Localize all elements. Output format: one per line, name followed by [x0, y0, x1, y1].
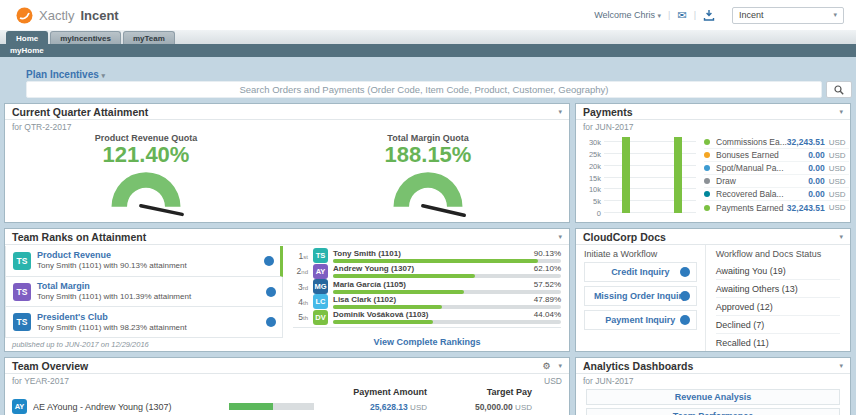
collapse-icon[interactable]: ▾ — [558, 108, 562, 116]
collapse-icon[interactable]: ▾ — [839, 108, 843, 116]
legend-value[interactable]: 0.00 — [808, 163, 825, 173]
pay-progress-fill — [229, 403, 273, 410]
legend-currency: USD — [829, 164, 849, 173]
ranking-name: Lisa Clark (1102) — [333, 295, 396, 304]
pay-progress — [229, 403, 315, 410]
rank-card-presidents-club[interactable]: TS President's Club Tony Smith (1101) wi… — [5, 307, 283, 338]
legend-label: Draw — [716, 176, 808, 186]
top-bar: Xactly Incent Welcome Chris ▾ | ✉ | Ince… — [0, 0, 856, 30]
workflow-label: Payment Inquiry — [605, 315, 675, 325]
avatar: TS — [13, 313, 31, 331]
workflow-missing-order-inquiry[interactable]: Missing Order Inquiry — [584, 286, 697, 306]
panel-header: Current Quarter Attainment ▾ — [5, 104, 569, 120]
chevron-down-icon: ▾ — [658, 12, 662, 19]
dashboard-revenue-analysis[interactable]: Revenue Analysis — [586, 389, 840, 405]
y-tick: 30k — [589, 138, 601, 147]
workflow-credit-inquiry[interactable]: Credit Inquiry — [584, 262, 697, 282]
legend-value[interactable]: 0.00 — [808, 150, 825, 160]
panel-title: Team Ranks on Attainment — [12, 231, 146, 243]
download-icon[interactable] — [703, 9, 715, 21]
legend-dot — [704, 205, 710, 211]
gridline — [604, 141, 696, 142]
status-approved[interactable]: Approved (12) — [716, 298, 840, 316]
y-tick: 10k — [589, 185, 601, 194]
info-icon[interactable] — [266, 287, 276, 297]
ranking-bar-fill — [333, 320, 433, 324]
info-icon[interactable] — [680, 315, 690, 325]
welcome-menu[interactable]: Welcome Chris ▾ — [594, 10, 661, 20]
gauge-product-revenue: Product Revenue Quota 121.40% Quarterly — [36, 133, 256, 223]
collapse-icon[interactable]: ▾ — [558, 233, 562, 241]
column-headers: Payment Amount Target Pay — [5, 386, 569, 397]
info-icon[interactable] — [266, 317, 276, 327]
payments-bar-chart: 30k 25k 20k 15k 10k 5k 0 — [580, 135, 696, 218]
workflow-column: Initiate a Workflow Credit Inquiry Missi… — [576, 245, 705, 352]
card-metric-link[interactable]: President's Club — [37, 312, 187, 323]
subnav-myhome[interactable]: myHome — [0, 44, 856, 57]
info-icon[interactable] — [680, 267, 690, 277]
gridline — [604, 177, 696, 178]
rank-cards: TS Product Revenue Tony Smith (1101) wit… — [5, 245, 283, 352]
search-button[interactable] — [826, 81, 852, 98]
collapse-icon[interactable]: ▾ — [839, 233, 843, 241]
plot-area — [604, 135, 696, 213]
avatar: AY — [313, 264, 328, 279]
status-awaiting-you[interactable]: Awaiting You (19) — [716, 262, 840, 280]
plan-incentives-menu[interactable]: Plan Incentives ▾ — [26, 69, 105, 80]
ranking-bar-fill — [333, 274, 475, 278]
legend-value[interactable]: 0.00 — [808, 189, 825, 199]
chevron-down-icon: ▾ — [833, 11, 837, 19]
workflow-payment-inquiry[interactable]: Payment Inquiry — [584, 310, 697, 330]
ranking-row: 3rd MG Maria García (1105)57.52% — [293, 279, 561, 294]
rank-number: 5th — [293, 312, 308, 322]
card-metric-link[interactable]: Total Margin — [37, 281, 191, 292]
tab-home[interactable]: Home — [6, 31, 48, 44]
dashboard-team-performance[interactable]: Team Performance — [586, 408, 840, 415]
main-tabs: Home myIncentives myTeam — [0, 30, 856, 44]
payments-body: 30k 25k 20k 15k 10k 5k 0 — [576, 132, 850, 218]
status-awaiting-others[interactable]: Awaiting Others (13) — [716, 280, 840, 298]
tab-myteam[interactable]: myTeam — [123, 31, 175, 44]
y-tick: 25k — [589, 149, 601, 158]
legend-currency: USD — [829, 177, 849, 186]
ranking-name: Dominik Vošáková (1103) — [333, 310, 428, 319]
info-icon[interactable] — [680, 291, 690, 301]
rank-card-total-margin[interactable]: TS Total Margin Tony Smith (1101) with 1… — [5, 277, 283, 308]
payment-amount[interactable]: 25,628.13 USD — [315, 402, 427, 412]
workflow-label: Missing Order Inquiry — [594, 291, 687, 301]
panel-header: CloudCorp Docs ▾ — [576, 229, 850, 245]
rank-card-product-revenue[interactable]: TS Product Revenue Tony Smith (1101) wit… — [5, 246, 283, 277]
search-input[interactable] — [26, 81, 822, 98]
panel-period: for YEAR-2017 USD — [5, 374, 569, 386]
legend-value[interactable]: 32,243.51 — [787, 203, 825, 213]
tab-myincentives[interactable]: myIncentives — [50, 31, 121, 44]
ranking-percent: 62.10% — [534, 264, 561, 273]
status-recalled[interactable]: Recalled (11) — [716, 334, 840, 352]
ranking-name: Andrew Young (1307) — [333, 264, 414, 273]
legend-row: Commissions Ea... 32,243.51 USD — [704, 136, 849, 149]
content-area: Plan Incentives ▾ Current Quarter Attain… — [0, 57, 856, 415]
ranking-bar-block: Lisa Clark (1102)47.89% — [333, 295, 561, 309]
legend-label: Bonuses Earned — [716, 150, 808, 160]
legend-row: Recovered Bala... 0.00 USD — [704, 188, 849, 201]
y-tick: 0 — [597, 209, 601, 218]
chevron-down-icon: ▾ — [102, 72, 106, 79]
gauge-value: 188.15% — [318, 143, 538, 167]
info-icon[interactable] — [264, 256, 274, 266]
legend-value[interactable]: 0.00 — [808, 176, 825, 186]
legend-row: Spot/Manual Pa... 0.00 USD — [704, 162, 849, 175]
view-complete-rankings-link[interactable]: View Complete Rankings — [374, 337, 481, 347]
mail-icon[interactable]: ✉ — [677, 10, 686, 21]
app-select[interactable]: Incent ▾ — [732, 7, 844, 24]
dashboard-page: Xactly Incent Welcome Chris ▾ | ✉ | Ince… — [0, 0, 856, 415]
gear-icon[interactable]: ⚙ — [542, 361, 550, 371]
legend-value[interactable]: 32,243.51 — [787, 137, 825, 147]
collapse-icon[interactable]: ▾ — [558, 362, 562, 370]
panel-period: for JUN-2017 — [576, 120, 850, 132]
panel-header: Team Ranks on Attainment ▾ — [5, 229, 569, 245]
gauge-total-margin: Total Margin Quota 188.15% Quarterly — [318, 133, 538, 223]
collapse-icon[interactable]: ▾ — [839, 362, 843, 370]
status-column: Workflow and Docs Status Awaiting You (1… — [705, 245, 850, 352]
card-metric-link[interactable]: Product Revenue — [37, 250, 187, 261]
status-declined[interactable]: Declined (7) — [716, 316, 840, 334]
